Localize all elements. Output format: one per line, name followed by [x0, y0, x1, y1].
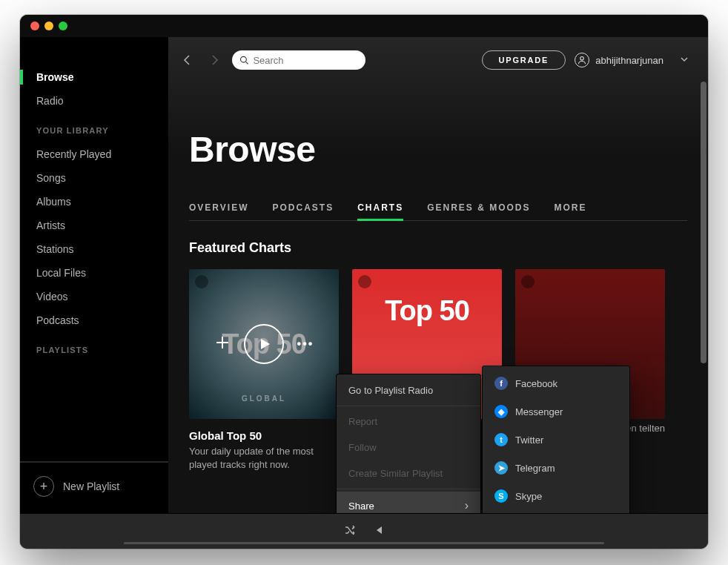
card-subtitle: Your daily update of the most played tra…	[189, 445, 339, 472]
new-playlist-label: New Playlist	[63, 480, 119, 492]
tab-charts[interactable]: CHARTS	[357, 202, 403, 220]
svg-point-0	[241, 56, 247, 62]
skype-icon: S	[494, 489, 508, 503]
playlist-art: Top 50 GLOBAL •••	[189, 269, 339, 419]
player-bar	[20, 513, 708, 549]
upgrade-button[interactable]: UPGRADE	[482, 50, 566, 70]
share-submenu: fFacebook ◈Messenger tTwitter ➤Telegram …	[482, 366, 630, 513]
tab-podcasts[interactable]: PODCASTS	[272, 202, 334, 220]
play-button[interactable]	[244, 324, 284, 364]
nav-forward-button[interactable]	[205, 51, 223, 69]
ctx-share[interactable]: Share › fFacebook ◈Messenger tTwitter ➤T…	[337, 492, 480, 513]
username-label: abhijithnarjunan	[595, 55, 664, 66]
share-messenger[interactable]: ◈Messenger	[483, 397, 629, 426]
titlebar	[20, 15, 708, 37]
sidebar-heading-library: YOUR LIBRARY	[20, 113, 168, 142]
art-label: Top 50	[385, 295, 469, 327]
tab-row: OVERVIEW PODCASTS CHARTS GENRES & MOODS …	[189, 202, 687, 220]
card-title: Global Top 50	[189, 429, 339, 442]
previous-button[interactable]	[372, 524, 384, 539]
chevron-right-icon: ›	[465, 499, 469, 512]
tab-overview[interactable]: OVERVIEW	[189, 202, 248, 220]
app-window: Browse Radio YOUR LIBRARY Recently Playe…	[20, 15, 708, 549]
tab-genres-moods[interactable]: GENRES & MOODS	[427, 202, 530, 220]
twitter-icon: t	[494, 433, 508, 446]
card-hover-overlay: •••	[189, 269, 339, 419]
sidebar-item-songs[interactable]: Songs	[20, 166, 168, 190]
ctx-share-label: Share	[348, 500, 374, 512]
add-button[interactable]	[214, 334, 231, 354]
main-panel: UPGRADE abhijithnarjunan Browse OVERVIEW…	[168, 37, 708, 513]
nav-back-button[interactable]	[179, 51, 196, 69]
sidebar-item-radio[interactable]: Radio	[20, 89, 168, 113]
ctx-goto-radio[interactable]: Go to Playlist Radio	[337, 377, 480, 403]
topbar: UPGRADE abhijithnarjunan	[168, 37, 708, 83]
minimize-window-button[interactable]	[44, 22, 53, 30]
search-input[interactable]	[253, 55, 358, 66]
share-tumblr[interactable]: tTumblr	[483, 510, 629, 513]
sidebar-item-local-files[interactable]: Local Files	[20, 261, 168, 285]
share-skype[interactable]: SSkype	[483, 482, 629, 510]
sidebar-item-browse[interactable]: Browse	[20, 65, 168, 89]
ctx-report: Report	[337, 409, 480, 435]
maximize-window-button[interactable]	[59, 22, 67, 30]
more-button[interactable]: •••	[297, 337, 314, 351]
ctx-create-similar[interactable]: Create Similar Playlist	[337, 460, 480, 486]
scrollbar[interactable]	[701, 82, 707, 363]
context-menu: Go to Playlist Radio Report Follow Creat…	[336, 374, 481, 513]
sidebar: Browse Radio YOUR LIBRARY Recently Playe…	[20, 37, 168, 513]
sidebar-heading-playlists: PLAYLISTS	[20, 332, 168, 362]
telegram-icon: ➤	[494, 461, 508, 475]
close-window-button[interactable]	[30, 22, 39, 30]
sidebar-item-podcasts[interactable]: Podcasts	[20, 308, 168, 332]
page-title: Browse	[189, 129, 687, 170]
share-facebook[interactable]: fFacebook	[483, 369, 629, 397]
ctx-follow[interactable]: Follow	[337, 435, 480, 460]
plus-icon: +	[33, 476, 54, 497]
new-playlist-button[interactable]: + New Playlist	[20, 462, 168, 513]
user-avatar-icon	[575, 53, 589, 67]
shuffle-button[interactable]	[344, 524, 356, 539]
progress-bar[interactable]	[124, 542, 604, 544]
sidebar-item-artists[interactable]: Artists	[20, 214, 168, 237]
sidebar-item-recently-played[interactable]: Recently Played	[20, 142, 168, 166]
svg-point-1	[580, 57, 584, 61]
tab-more[interactable]: MORE	[555, 202, 587, 220]
user-menu[interactable]: abhijithnarjunan	[575, 53, 689, 67]
messenger-icon: ◈	[494, 405, 508, 418]
sidebar-item-albums[interactable]: Albums	[20, 190, 168, 214]
spotify-logo-icon	[521, 275, 535, 288]
app-body: Browse Radio YOUR LIBRARY Recently Playe…	[20, 37, 708, 513]
sidebar-item-stations[interactable]: Stations	[20, 237, 168, 261]
search-icon	[239, 55, 248, 65]
spotify-logo-icon	[358, 275, 371, 288]
facebook-icon: f	[494, 377, 508, 390]
sidebar-item-videos[interactable]: Videos	[20, 285, 168, 308]
section-title: Featured Charts	[189, 240, 687, 256]
share-twitter[interactable]: tTwitter	[483, 426, 629, 454]
chevron-down-icon	[680, 55, 689, 66]
search-box[interactable]	[232, 50, 365, 70]
playlist-card[interactable]: Top 50 GLOBAL ••• Global Top 50 Your dai…	[189, 269, 339, 472]
share-telegram[interactable]: ➤Telegram	[483, 454, 629, 482]
